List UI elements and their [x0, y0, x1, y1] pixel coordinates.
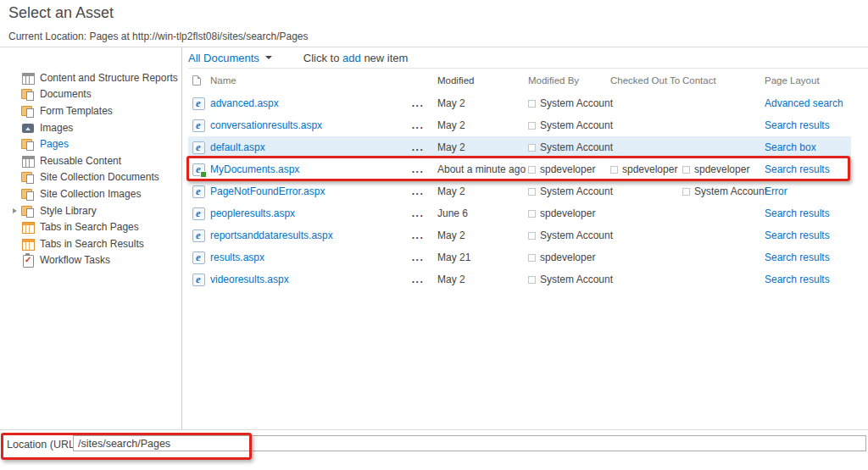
row-menu-ellipsis[interactable]: ... — [398, 207, 437, 219]
column-header-modified-by[interactable]: Modified By — [528, 75, 610, 86]
table-row[interactable]: results.aspx ... May 21 spdeveloper Sear… — [188, 246, 851, 268]
sidebar-item-pages[interactable]: Pages — [0, 135, 181, 152]
page-layout-link[interactable]: Advanced search — [765, 97, 843, 109]
expand-arrow-icon[interactable] — [11, 256, 21, 264]
expand-arrow-icon[interactable] — [11, 173, 21, 181]
row-menu-ellipsis[interactable]: ... — [398, 97, 437, 109]
table-header-row: Name Modified Modified By Checked Out To… — [188, 69, 851, 92]
page-name-link[interactable]: results.aspx — [210, 252, 264, 263]
sidebar-item-label: Pages — [40, 138, 69, 150]
sidebar-item-reusable-content[interactable]: Reusable Content — [0, 152, 181, 169]
sidebar-item-tabs-in-search-results[interactable]: Tabs in Search Results — [0, 235, 181, 252]
sidebar-item-form-templates[interactable]: Form Templates — [0, 102, 181, 119]
aspx-page-icon — [192, 207, 205, 220]
aspx-page-icon — [192, 252, 205, 264]
page-layout-link[interactable]: Search results — [765, 252, 830, 263]
presence-checkbox-icon[interactable] — [528, 122, 536, 130]
expand-arrow-icon[interactable] — [11, 90, 21, 98]
presence-checkbox-icon[interactable] — [528, 100, 536, 108]
row-menu-ellipsis[interactable]: ... — [398, 274, 437, 285]
expand-arrow-icon[interactable] — [11, 207, 21, 215]
sidebar-item-images[interactable]: Images — [0, 119, 181, 136]
tasks-icon — [21, 253, 35, 267]
presence-checkbox-icon[interactable] — [528, 210, 536, 218]
sidebar-item-site-collection-documents[interactable]: Site Collection Documents — [0, 169, 181, 186]
sidebar-item-label: Tabs in Search Pages — [40, 221, 139, 233]
person-name: System Account — [540, 119, 613, 131]
sidebar-item-style-library[interactable]: Style Library — [0, 202, 181, 219]
modified-cell: May 2 — [437, 229, 528, 241]
page-name-link[interactable]: advanced.aspx — [210, 97, 279, 109]
row-menu-ellipsis[interactable]: ... — [398, 229, 437, 241]
table-icon — [21, 154, 35, 168]
expand-arrow-icon[interactable] — [11, 240, 21, 248]
add-link[interactable]: add — [342, 52, 361, 64]
modified-by-cell: System Account — [528, 97, 610, 109]
sidebar-item-documents[interactable]: Documents — [0, 86, 181, 103]
modified-cell: May 2 — [437, 97, 528, 109]
person-name: System Account — [540, 97, 613, 109]
table-row[interactable]: reportsanddataresults.aspx ... May 2 Sys… — [188, 224, 851, 246]
sidebar-item-site-collection-images[interactable]: Site Collection Images — [0, 185, 181, 202]
row-menu-ellipsis[interactable]: ... — [398, 141, 437, 153]
page-layout-link[interactable]: Search box — [765, 141, 816, 153]
presence-checkbox-icon[interactable] — [528, 188, 536, 196]
view-selector-dropdown[interactable]: All Documents — [188, 52, 272, 64]
column-header-checked-out-to[interactable]: Checked Out To — [610, 75, 682, 86]
table-row[interactable]: peopleresults.aspx ... June 6 spdevelope… — [188, 202, 851, 224]
current-location-text: Current Location: Pages at http://win-tl… — [8, 30, 309, 42]
page-name-link[interactable]: default.aspx — [210, 141, 265, 153]
expand-arrow-icon[interactable] — [11, 74, 21, 82]
column-header-contact[interactable]: Contact — [682, 75, 765, 86]
expand-arrow-icon[interactable] — [11, 140, 21, 148]
sidebar-item-workflow-tasks[interactable]: Workflow Tasks — [0, 252, 181, 269]
expand-arrow-icon[interactable] — [11, 124, 21, 132]
expand-arrow-icon[interactable] — [11, 223, 21, 231]
table-icon — [21, 71, 35, 85]
row-menu-ellipsis[interactable]: ... — [398, 119, 437, 131]
page-name-link[interactable]: reportsanddataresults.aspx — [210, 229, 333, 241]
presence-checkbox-icon[interactable] — [528, 276, 536, 284]
column-header-modified[interactable]: Modified — [437, 75, 528, 86]
table-row[interactable]: conversationresults.aspx ... May 2 Syste… — [188, 114, 851, 136]
column-header-name[interactable]: Name — [210, 75, 398, 86]
page-name-link[interactable]: conversationresults.aspx — [210, 119, 322, 131]
page-layout-link[interactable]: Search results — [765, 119, 830, 131]
modified-cell: June 6 — [437, 207, 528, 219]
expand-arrow-icon[interactable] — [11, 157, 21, 165]
page-name-link[interactable]: PageNotFoundError.aspx — [210, 185, 325, 197]
sidebar-item-content-and-structure-reports[interactable]: Content and Structure Reports — [0, 69, 181, 86]
row-menu-ellipsis[interactable]: ... — [398, 252, 437, 263]
presence-checkbox-icon[interactable] — [528, 254, 536, 262]
page-layout-link[interactable]: Search results — [765, 207, 830, 219]
table-row[interactable]: advanced.aspx ... May 2 System Account A… — [188, 92, 851, 114]
add-new-item: Click to add new item — [303, 52, 409, 64]
sidebar-item-label: Workflow Tasks — [40, 254, 110, 266]
row-menu-ellipsis[interactable]: ... — [398, 185, 437, 197]
picture-icon — [21, 121, 35, 135]
add-suffix-text: new item — [364, 52, 408, 64]
page-title: Select an Asset — [8, 4, 114, 22]
column-header-page-layout[interactable]: Page Layout — [765, 75, 849, 86]
library-icon — [21, 170, 35, 184]
footer-divider — [0, 429, 868, 430]
page-layout-link[interactable]: Error — [765, 185, 787, 197]
aspx-page-icon — [192, 119, 205, 132]
presence-checkbox-icon[interactable] — [528, 232, 536, 240]
presence-checkbox-icon[interactable] — [682, 188, 690, 196]
table-row[interactable]: videoresults.aspx ... May 2 System Accou… — [188, 268, 851, 290]
presence-checkbox-icon[interactable] — [528, 144, 536, 152]
expand-arrow-icon[interactable] — [11, 107, 21, 115]
library-icon — [21, 87, 35, 101]
table-row[interactable]: PageNotFoundError.aspx ... May 2 System … — [188, 180, 851, 202]
person-name: System Account — [540, 229, 613, 241]
page-layout-link[interactable]: Search results — [765, 229, 830, 241]
page-name-link[interactable]: peopleresults.aspx — [210, 207, 295, 219]
library-icon — [21, 187, 35, 201]
page-name-link[interactable]: videoresults.aspx — [210, 274, 289, 285]
sidebar-item-tabs-in-search-pages[interactable]: Tabs in Search Pages — [0, 218, 181, 235]
page-layout-link[interactable]: Search results — [765, 274, 830, 285]
sidebar-item-label: Content and Structure Reports — [40, 72, 178, 84]
sidebar-item-label: Documents — [40, 88, 92, 100]
expand-arrow-icon[interactable] — [11, 190, 21, 198]
